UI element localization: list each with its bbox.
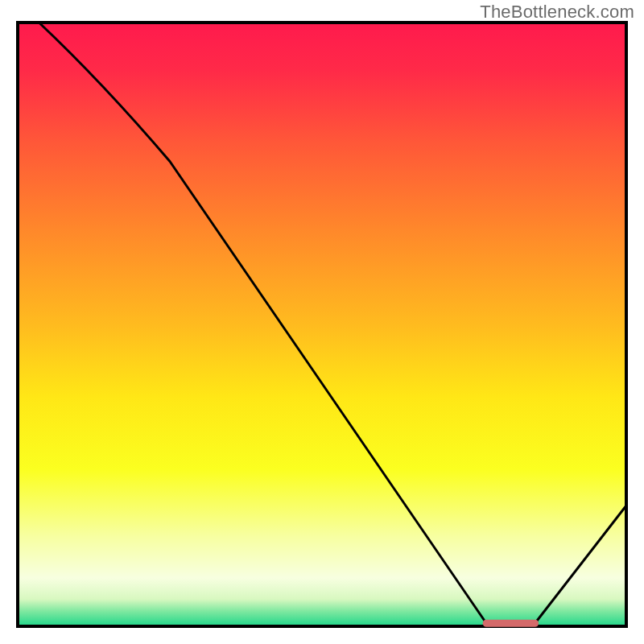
chart-container: TheBottleneck.com [0, 0, 644, 644]
bottleneck-chart [0, 0, 644, 644]
watermark-text: TheBottleneck.com [480, 2, 634, 23]
